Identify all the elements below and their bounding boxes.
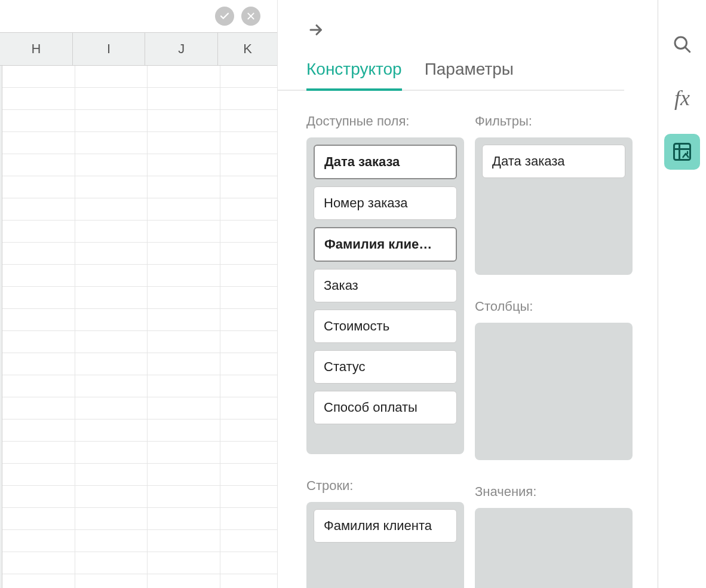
cell[interactable] [148,508,220,529]
grid-row[interactable] [2,397,277,419]
cell[interactable] [2,574,75,588]
cell[interactable] [220,375,277,397]
cell[interactable] [2,419,75,441]
cell[interactable] [220,287,277,308]
cell[interactable] [148,375,220,397]
cell[interactable] [75,198,148,220]
grid-row[interactable] [2,464,277,486]
cell[interactable] [2,353,75,375]
cell[interactable] [75,176,148,198]
cancel-button[interactable] [241,7,260,26]
cell[interactable] [220,88,277,109]
cell[interactable] [148,530,220,552]
cell[interactable] [220,66,277,87]
cell[interactable] [75,353,148,375]
cell[interactable] [75,530,148,552]
cell[interactable] [75,574,148,588]
rows-zone[interactable]: Фамилия клиента [306,502,464,588]
grid-row[interactable] [2,574,277,588]
cell[interactable] [148,88,220,109]
cell[interactable] [148,442,220,463]
cell[interactable] [148,309,220,330]
fx-button[interactable]: fx [664,80,700,116]
cell[interactable] [220,220,277,242]
cell[interactable] [148,552,220,574]
cell[interactable] [75,132,148,154]
field-pill[interactable]: Статус [314,350,457,384]
cell[interactable] [148,154,220,176]
cell[interactable] [75,110,148,131]
cell[interactable] [220,442,277,463]
grid-row[interactable] [2,309,277,331]
grid-row[interactable] [2,176,277,198]
cell[interactable] [2,154,75,176]
col-header-i[interactable]: I [73,33,146,65]
cell[interactable] [220,198,277,220]
grid-row[interactable] [2,265,277,287]
grid-row[interactable] [2,110,277,132]
field-pill[interactable]: Способ оплаты [314,391,457,424]
cell[interactable] [75,464,148,485]
grid-row[interactable] [2,132,277,154]
grid-row[interactable] [2,530,277,552]
pivot-button[interactable] [664,134,700,170]
col-header-k[interactable]: K [218,33,277,65]
cell[interactable] [2,331,75,353]
cell[interactable] [2,198,75,220]
field-pill[interactable]: Дата заказа [314,145,457,179]
cell[interactable] [75,265,148,286]
grid-row[interactable] [2,375,277,397]
cell[interactable] [148,331,220,353]
cell[interactable] [220,154,277,176]
col-header-j[interactable]: J [145,33,218,65]
cell[interactable] [148,66,220,87]
cell[interactable] [148,397,220,419]
cell[interactable] [220,508,277,529]
grid-row[interactable] [2,486,277,508]
values-zone[interactable] [475,508,633,588]
grid[interactable] [2,66,277,588]
cell[interactable] [75,331,148,353]
cell[interactable] [75,220,148,242]
grid-row[interactable] [2,66,277,88]
field-pill[interactable]: Стоимость [314,310,457,343]
cell[interactable] [148,243,220,264]
cell[interactable] [148,464,220,485]
field-pill[interactable]: Дата заказа [482,145,625,178]
cell[interactable] [75,552,148,574]
grid-row[interactable] [2,243,277,265]
cell[interactable] [220,132,277,154]
cell[interactable] [148,353,220,375]
cell[interactable] [75,508,148,529]
cell[interactable] [75,442,148,463]
cell[interactable] [148,265,220,286]
cell[interactable] [148,132,220,154]
cell[interactable] [220,309,277,330]
cell[interactable] [2,397,75,419]
cell[interactable] [220,397,277,419]
grid-row[interactable] [2,220,277,243]
cell[interactable] [75,243,148,264]
cell[interactable] [75,375,148,397]
grid-row[interactable] [2,154,277,176]
cell[interactable] [2,508,75,529]
available-fields-zone[interactable]: Дата заказа Номер заказа Фамилия клие… З… [306,137,464,454]
grid-row[interactable] [2,88,277,110]
cell[interactable] [2,287,75,308]
cell[interactable] [220,265,277,286]
cell[interactable] [2,243,75,264]
field-pill[interactable]: Фамилия клиента [314,509,457,543]
cell[interactable] [75,154,148,176]
cell[interactable] [2,375,75,397]
cell[interactable] [220,353,277,375]
cell[interactable] [2,309,75,330]
cell[interactable] [2,464,75,485]
grid-row[interactable] [2,198,277,220]
grid-row[interactable] [2,331,277,353]
cell[interactable] [2,66,75,87]
collapse-panel-button[interactable] [306,20,327,40]
cell[interactable] [148,176,220,198]
tab-params[interactable]: Параметры [425,60,514,90]
grid-row[interactable] [2,419,277,442]
cell[interactable] [148,419,220,441]
